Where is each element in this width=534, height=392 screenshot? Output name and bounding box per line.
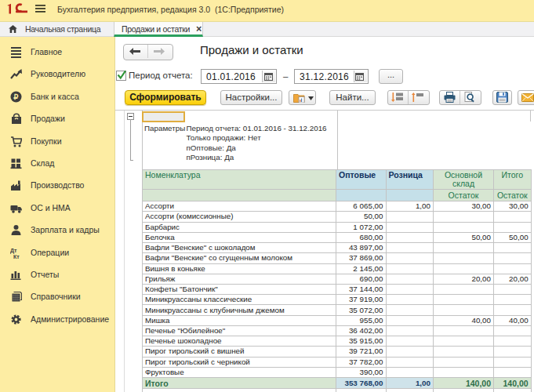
svg-text:Кт: Кт <box>13 254 20 259</box>
svg-text:₽: ₽ <box>13 93 18 101</box>
svg-text:Дт: Дт <box>10 248 17 254</box>
